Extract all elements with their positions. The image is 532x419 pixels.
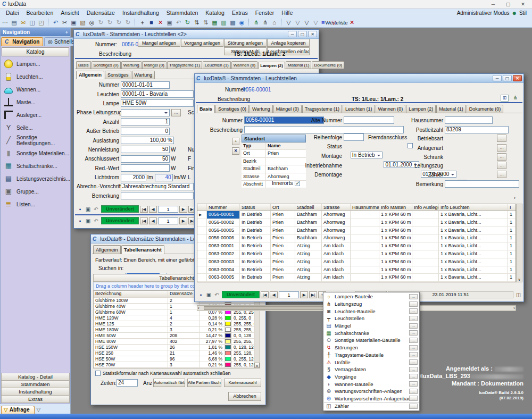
context-menu-item[interactable]: ╀ Tragsysteme-Bauteile … <box>324 351 419 359</box>
context-menu-item[interactable]: ⋔ Leitungszug … <box>324 300 419 308</box>
column-header[interactable]: Hausnummer <box>351 204 379 211</box>
action-button[interactable]: Störung anlegen <box>224 39 267 47</box>
lookup-button[interactable]: … <box>497 135 506 142</box>
menu-item[interactable]: Hilfe <box>278 9 296 16</box>
panel-switch-button[interactable]: Extras <box>1 396 70 403</box>
filter-clear-icon[interactable]: ✕ <box>348 18 358 27</box>
save-icon[interactable]: ▪ <box>76 217 84 224</box>
row-selector[interactable] <box>197 219 207 227</box>
menu-item-options-button[interactable]: … <box>409 301 418 307</box>
maximize-button[interactable]: ▢ <box>298 31 307 37</box>
record-tab[interactable]: Material (1) <box>286 61 311 69</box>
tab-abfrage[interactable]: ▽ Abfrage <box>1 406 35 414</box>
tree-icon[interactable]: ⋔ <box>253 18 262 27</box>
column-header[interactable]: I <box>508 204 516 211</box>
print-icon[interactable]: ▤ <box>11 18 20 27</box>
werteliste-icon[interactable]: ≡Werteliste <box>321 18 330 27</box>
record-number-field[interactable]: 1 <box>158 217 178 224</box>
sub-tab[interactable]: Sonstiges <box>105 71 131 79</box>
undo-icon[interactable]: ↶ <box>92 206 100 213</box>
save-icon[interactable]: ▪ <box>197 291 205 298</box>
scroll-right-arrow[interactable]: › <box>513 306 515 311</box>
scroll-down-arrow[interactable]: ∨ <box>254 363 260 368</box>
beschreibung-field[interactable] <box>244 126 404 133</box>
print-preview-icon[interactable]: ◫ <box>29 18 38 27</box>
color-cell[interactable] <box>225 350 232 356</box>
lichtstrom-field[interactable]: 2000 <box>121 174 146 181</box>
grid-row[interactable]: 0063-00002 In Betrieb Prien Atzing Am Id… <box>197 250 516 258</box>
color-swatch[interactable] <box>225 351 231 355</box>
menu-item[interactable]: Fenster <box>252 9 278 16</box>
column-header[interactable]: Info Ausleger <box>412 204 439 211</box>
panel-switch-button[interactable]: Katalog - Detail <box>1 373 70 381</box>
refresh-icon[interactable]: ↻ <box>124 18 134 27</box>
refresh-record-icon[interactable]: ↻ <box>184 18 193 27</box>
prev-record-button[interactable]: ◀ <box>270 291 278 298</box>
catalog-item[interactable]: ▤ Leistungsverzeichnis... <box>1 172 70 185</box>
window-titlebar[interactable]: C luxData® - Stammdaten - Leuchtstellen … <box>74 30 319 39</box>
undo-record-icon[interactable]: ↶ <box>175 18 184 27</box>
table-icon[interactable]: ▦ <box>211 18 220 27</box>
prev-record-button[interactable]: ◀ <box>149 206 157 213</box>
record-tab[interactable]: Mängel (0) <box>273 105 302 113</box>
filter-icon[interactable]: ▽ <box>37 407 41 414</box>
menu-item-options-button[interactable]: … <box>409 396 418 401</box>
record-tab[interactable]: Tragsysteme (1) <box>167 61 202 69</box>
color-cell[interactable] <box>225 339 232 344</box>
table-row[interactable]: HME 180W 3 0,21 % 255, 255, 255 <box>94 327 260 333</box>
leuchten-field[interactable]: 00001-01 - Bavaria <box>121 90 194 98</box>
record-tab[interactable]: Dokumente (0) <box>467 105 504 113</box>
record-tab[interactable]: Wartung <box>121 61 142 69</box>
context-menu-item[interactable]: ⊛ Wartungsvorschriften-Anlagenbauteile … <box>324 395 419 403</box>
catalog-item[interactable]: Wannen... <box>1 83 70 96</box>
context-menu-item[interactable]: ↯ Störungen … <box>324 344 419 351</box>
catalog-item[interactable]: ╱ Sonstige Befestigungen... <box>1 134 70 147</box>
column-header[interactable]: Status <box>240 204 271 211</box>
catalog-item[interactable]: Maste... <box>1 96 70 108</box>
column-header[interactable]: Bezeichnung <box>94 291 168 297</box>
auto-close-checkbox[interactable] <box>95 371 101 376</box>
lookup-button[interactable]: … <box>497 162 506 169</box>
last-record-button[interactable]: ▶| <box>309 291 317 298</box>
sub-tab[interactable]: Allgemein <box>76 71 104 79</box>
row-selector[interactable] <box>197 234 207 242</box>
first-record-button[interactable]: |◀ <box>140 217 148 224</box>
filter-icon[interactable]: ▽ <box>285 18 294 27</box>
remove-location-button[interactable]: ✕ <box>232 147 239 155</box>
pin-icon[interactable]: + <box>65 30 68 35</box>
menu-item-options-button[interactable]: … <box>409 359 418 365</box>
record-tab[interactable]: Wartung <box>250 105 273 113</box>
color-swatch[interactable] <box>225 357 231 361</box>
color-cell[interactable] <box>225 315 232 321</box>
grid-row[interactable]: 0063-00005 In Betrieb Prien Atzing Am Id… <box>197 274 516 282</box>
record-tab[interactable]: Material (1) <box>436 105 466 113</box>
lampe-field[interactable]: HME 50W <box>121 99 194 107</box>
bemerkung-field[interactable] <box>445 180 519 188</box>
mail-icon[interactable]: ✉ <box>20 18 29 27</box>
column-header[interactable]: Strasse <box>322 204 351 211</box>
grid-row[interactable]: 0056-00006 In Betrieb Prien Bachham Ahor… <box>197 234 516 242</box>
record-tab[interactable]: Dokumente (0) <box>312 61 344 69</box>
abrechn-vorschrift-field[interactable]: Jahresabrechnung Standard <box>121 183 194 190</box>
record-tab[interactable]: Leuchten (1) <box>203 61 231 69</box>
filter-wizard-icon[interactable]: ▽ <box>312 18 321 27</box>
sort-desc-icon[interactable]: ⇅ <box>202 18 211 27</box>
nummer-field[interactable]: 00001-01-01 <box>121 81 170 89</box>
menu-item[interactable]: Extras <box>228 9 252 16</box>
cut-icon[interactable]: ✂ <box>61 18 70 27</box>
context-menu-item[interactable]: ⚠ Unfälle … <box>324 358 419 366</box>
undo-icon[interactable]: ↶ <box>92 217 100 224</box>
app-minimize-button[interactable]: ─ <box>486 2 500 7</box>
copy-record-icon[interactable]: ▣ <box>84 217 92 224</box>
export-icon[interactable]: ◰ <box>38 18 47 27</box>
undo-icon[interactable]: ↶ <box>52 18 61 27</box>
standort-row[interactable]: Bezirk <box>242 158 306 165</box>
column-header[interactable]: Info Masten <box>379 204 412 211</box>
toolbar-separator[interactable] <box>281 19 284 26</box>
context-menu-item[interactable]: ┯ Leuchtstellen … <box>324 315 419 322</box>
status-dropdown[interactable]: In Betrieb <box>351 152 383 158</box>
add-record-icon[interactable]: ＋ <box>139 18 148 27</box>
maximize-button[interactable]: ▢ <box>503 75 512 81</box>
action-button[interactable]: Anlage kopieren <box>267 39 310 47</box>
minimize-button[interactable]: ─ <box>288 31 297 37</box>
